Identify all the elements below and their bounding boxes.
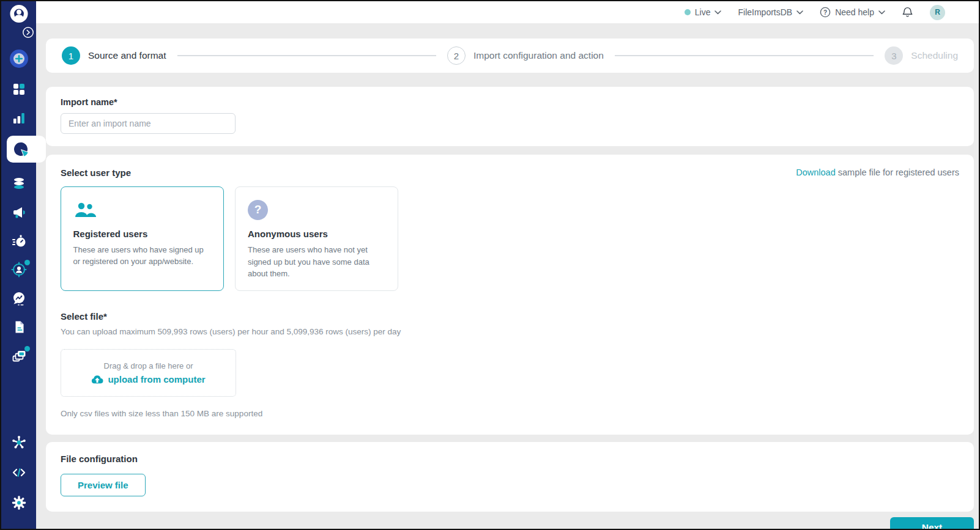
sidebar-bottom-group [11,435,27,510]
import-name-card: Import name* [46,87,974,146]
step-number: 1 [62,46,80,65]
app-window: Live FileImportsDB ? Need help [0,0,980,530]
next-button[interactable]: Next [890,517,974,530]
sidebar-item-documents[interactable] [11,319,27,335]
topbar: Live FileImportsDB ? Need help [36,1,979,23]
step-label: Source and format [88,50,166,61]
footer-bar: Next [46,517,974,530]
sidebar-item-developer-code[interactable] [11,465,27,480]
step-number: 2 [447,46,466,65]
sample-file-text: sample file for registered users [836,167,959,177]
sidebar-item-analytics[interactable] [11,110,27,126]
import-stepper: 1 Source and format 2 Import configurati… [46,39,974,73]
file-configuration-card: File configuration Preview file [46,442,974,512]
cloud-upload-icon [91,375,103,384]
preview-file-button[interactable]: Preview file [61,474,146,496]
sidebar-item-windows-stack[interactable] [11,348,27,364]
environment-label: Live [695,7,711,17]
file-configuration-heading: File configuration [61,454,959,464]
chevron-down-icon [715,10,721,15]
sidebar-item-timer[interactable] [11,233,27,249]
step-import-configuration: 2 Import configuration and action [447,46,604,65]
notification-dot [24,260,30,265]
help-circle-icon: ? [820,7,831,18]
step-number: 3 [885,46,903,65]
step-label: Scheduling [911,50,958,61]
stepper-connector [615,55,874,56]
user-type-description: These are users who have not yet signed … [248,244,385,280]
question-mark-icon: ? [248,200,268,220]
svg-text:?: ? [823,9,827,16]
step-scheduling: 3 Scheduling [885,46,958,65]
workspace-label: FileImportsDB [738,7,792,17]
sidebar-item-dashboard[interactable] [11,81,27,97]
avatar[interactable]: R [930,5,945,20]
workspace-selector[interactable]: FileImportsDB [738,7,803,17]
upload-limit-note: You can upload maximum 509,993 rows (use… [61,327,959,336]
help-menu[interactable]: ? Need help [820,7,885,18]
step-source-and-format: 1 Source and format [62,46,166,65]
sidebar [1,1,36,529]
upload-from-computer-link[interactable]: upload from computer [91,374,205,385]
sidebar-item-campaigns[interactable] [11,204,27,220]
user-type-description: These are users who have signed up or re… [73,244,212,268]
chevron-down-icon [878,10,885,15]
stepper-connector [177,55,436,56]
sidebar-item-data-stack[interactable] [11,175,27,191]
avatar-initial: R [935,8,940,17]
user-type-card-registered[interactable]: Registered users These are users who hav… [61,186,224,291]
help-label: Need help [835,7,874,17]
notifications-bell-icon[interactable] [902,6,913,18]
select-user-type-heading: Select user type [61,167,131,178]
user-type-title: Anonymous users [248,229,385,239]
step-label: Import configuration and action [473,50,604,61]
import-name-label: Import name* [61,97,959,107]
user-type-title: Registered users [73,229,212,239]
sample-file-line: Download sample file for registered user… [796,167,959,177]
select-file-heading: Select file* [61,311,959,322]
sidebar-item-segments-active[interactable] [7,136,46,163]
two-users-icon [73,201,97,218]
notification-dot [24,346,30,351]
sidebar-item-insights[interactable] [11,290,27,306]
main-area: Live FileImportsDB ? Need help [36,1,979,529]
sidebar-item-audience[interactable] [11,262,27,278]
chevron-down-icon [796,10,803,15]
dropzone-text: Drag & drop a file here or [104,361,193,370]
create-button[interactable] [9,49,29,68]
import-name-input[interactable] [61,113,236,134]
moengage-logo-icon[interactable] [10,5,28,23]
live-status-dot [685,9,691,15]
sidebar-item-integrations[interactable] [11,435,27,451]
environment-selector[interactable]: Live [685,7,722,17]
page-content: 1 Source and format 2 Import configurati… [36,23,979,529]
sidebar-expand-button[interactable] [21,26,35,39]
user-type-card-anonymous[interactable]: ? Anonymous users These are users who ha… [235,186,398,291]
sidebar-item-settings[interactable] [11,495,27,510]
file-dropzone[interactable]: Drag & drop a file here or upload from c… [61,349,236,397]
segments-pie-icon [13,141,29,158]
file-support-note: Only csv files with size less than 150 M… [61,409,959,418]
download-sample-link[interactable]: Download [796,167,836,177]
source-card: Select user type Download sample file fo… [46,155,974,435]
